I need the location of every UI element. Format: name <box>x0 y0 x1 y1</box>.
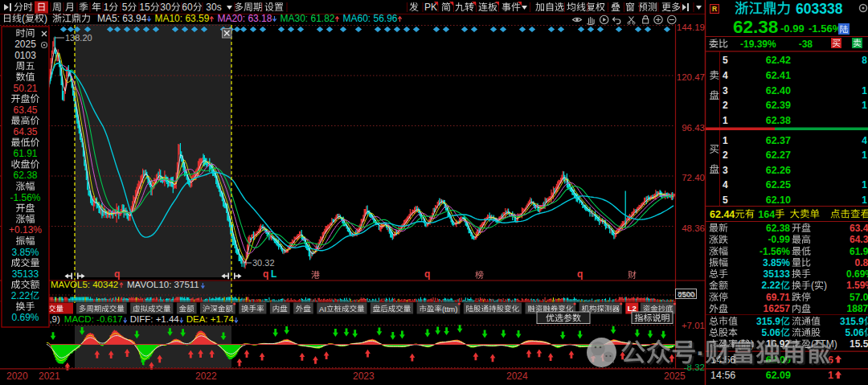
svg-text:-1.56%: -1.56% <box>760 246 790 257</box>
svg-text:164: 164 <box>758 209 775 220</box>
svg-text:0.69%: 0.69% <box>12 312 39 323</box>
svg-text:72.40: 72.40 <box>682 173 705 182</box>
svg-text:2.22: 2.22 <box>762 280 781 291</box>
svg-text:96.43: 96.43 <box>682 123 705 133</box>
svg-text:2021: 2021 <box>39 371 60 382</box>
svg-text:DIFF: +1.44: DIFF: +1.44 <box>130 314 180 324</box>
svg-text:1: 1 <box>862 179 867 190</box>
svg-text:1: 1 <box>862 195 867 206</box>
svg-text:MAVOL10: 37511: MAVOL10: 37511 <box>127 280 199 289</box>
svg-text:62.39: 62.39 <box>766 100 791 111</box>
svg-text:MAVOL5: 40342: MAVOL5: 40342 <box>51 280 118 289</box>
svg-text:62.25: 62.25 <box>766 179 791 190</box>
svg-text:4: 4 <box>862 135 867 146</box>
svg-text:14:56: 14:56 <box>710 370 735 381</box>
svg-text:603338: 603338 <box>796 1 843 17</box>
svg-text:57.03: 57.03 <box>850 292 868 303</box>
svg-text:1: 1 <box>723 135 728 146</box>
svg-text:1: 1 <box>862 85 867 96</box>
svg-text:62.38: 62.38 <box>766 223 790 234</box>
svg-text:2020: 2020 <box>6 371 28 382</box>
svg-text:16257: 16257 <box>764 303 791 314</box>
svg-text:1.59%: 1.59% <box>846 280 868 291</box>
svg-text:+0.13%: +0.13% <box>9 224 42 236</box>
svg-text:138.20: 138.20 <box>65 33 92 43</box>
svg-text:64.35: 64.35 <box>850 234 868 245</box>
svg-text:L: L <box>271 268 276 280</box>
svg-text:30: 30 <box>160 2 171 13</box>
svg-text:q: q <box>114 268 120 280</box>
svg-text:MA30: 61.82: MA30: 61.82 <box>280 13 335 24</box>
svg-text:2: 2 <box>723 149 728 161</box>
svg-text:2: 2 <box>723 100 728 111</box>
svg-text:1: 1 <box>104 2 109 13</box>
svg-text:-0.99: -0.99 <box>780 23 805 35</box>
svg-text:2024: 2024 <box>506 371 528 382</box>
svg-text:+7.01: +7.01 <box>682 321 705 330</box>
svg-text:q: q <box>577 268 583 280</box>
svg-text:62.26: 62.26 <box>766 165 791 176</box>
svg-text:62.42: 62.42 <box>766 55 791 66</box>
svg-text:50.21: 50.21 <box>14 83 38 94</box>
svg-text:R: R <box>712 5 717 13</box>
svg-text:-19.39%: -19.39% <box>740 39 776 50</box>
svg-text:3.85%: 3.85% <box>12 247 39 258</box>
svg-text:2.22: 2.22 <box>11 290 31 301</box>
svg-text:61.91: 61.91 <box>850 246 868 257</box>
svg-text:35133: 35133 <box>12 268 39 280</box>
svg-text:315.9: 315.9 <box>756 316 780 327</box>
svg-text:2500: 2500 <box>678 290 695 299</box>
svg-text:1: 1 <box>862 149 867 161</box>
svg-text:62.38: 62.38 <box>14 170 38 181</box>
svg-text:MA20: 63.18: MA20: 63.18 <box>217 13 272 24</box>
svg-text:-38: -38 <box>799 39 813 50</box>
svg-text:3: 3 <box>723 165 728 176</box>
svg-text:15: 15 <box>139 2 150 13</box>
svg-text:144.19: 144.19 <box>677 23 705 32</box>
svg-text:q: q <box>263 268 268 280</box>
svg-text:1: 1 <box>828 370 833 381</box>
svg-text:62.40: 62.40 <box>766 85 791 96</box>
svg-text:q: q <box>424 268 430 280</box>
svg-text:61.91: 61.91 <box>14 148 38 159</box>
svg-text:·: · <box>697 338 706 367</box>
svg-text:(ttm): (ttm) <box>442 305 458 313</box>
svg-text:63.45: 63.45 <box>850 223 868 234</box>
svg-text:8: 8 <box>862 55 867 66</box>
svg-text:62.37: 62.37 <box>766 135 791 146</box>
svg-text:L2: L2 <box>628 304 637 313</box>
svg-text:AI: AI <box>319 305 326 313</box>
svg-text:5: 5 <box>723 195 728 206</box>
svg-text:DEA: +1.74: DEA: +1.74 <box>186 314 235 324</box>
svg-text:0.88: 0.88 <box>855 257 868 268</box>
svg-text:48.36: 48.36 <box>682 223 705 233</box>
svg-text:PK: PK <box>424 2 437 13</box>
svg-text:62.10: 62.10 <box>766 195 791 206</box>
svg-text:2025: 2025 <box>664 371 686 382</box>
svg-text:MA5: 63.94: MA5: 63.94 <box>97 13 147 24</box>
svg-text:120.47: 120.47 <box>677 72 705 82</box>
svg-text:4: 4 <box>723 179 728 190</box>
svg-text:30.32: 30.32 <box>252 258 275 268</box>
svg-text:): ) <box>44 13 47 24</box>
svg-text:62.27: 62.27 <box>766 149 791 161</box>
svg-text:63.45: 63.45 <box>14 104 38 116</box>
svg-text:60: 60 <box>182 2 193 13</box>
svg-text:-0.99: -0.99 <box>768 234 791 245</box>
svg-text:5.06: 5.06 <box>845 327 865 338</box>
svg-text:62.44: 62.44 <box>710 209 735 220</box>
svg-text:30s: 30s <box>206 2 221 13</box>
svg-text:2022: 2022 <box>195 371 217 382</box>
svg-text:MA60: 56.96: MA60: 56.96 <box>343 13 398 24</box>
svg-text:62.41: 62.41 <box>766 70 791 81</box>
svg-text:1: 1 <box>862 100 867 111</box>
svg-text:315.9: 315.9 <box>840 316 864 327</box>
svg-text:2023: 2023 <box>353 371 375 382</box>
svg-text:4: 4 <box>723 70 728 81</box>
svg-text:62.38: 62.38 <box>733 17 778 37</box>
svg-text:MACD: -0.617: MACD: -0.617 <box>64 314 123 324</box>
svg-text:5: 5 <box>122 2 128 13</box>
svg-text:18876: 18876 <box>847 303 868 314</box>
svg-text:35133: 35133 <box>764 268 791 280</box>
svg-text:15.53: 15.53 <box>850 338 868 350</box>
